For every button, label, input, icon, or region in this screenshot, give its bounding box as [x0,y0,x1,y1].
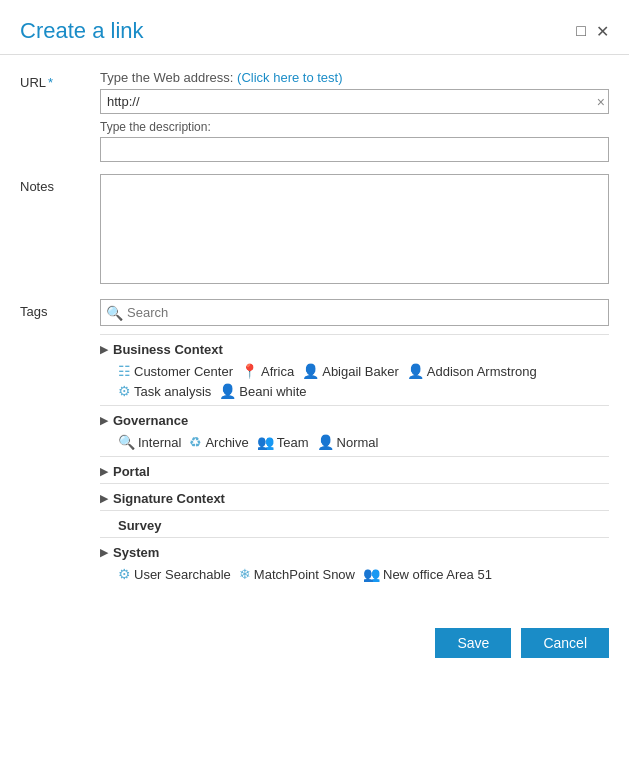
person-icon: 👤 [407,363,424,379]
cancel-button[interactable]: Cancel [521,628,609,658]
dialog-title: Create a link [20,18,144,44]
tag-group-portal: ▶ Portal [100,456,609,483]
url-content: Type the Web address: (Click here to tes… [100,70,609,162]
tag-items-governance: 🔍 Internal ♻ Archive 👥 Team 👤 [100,432,609,456]
tag-group-governance: ▶ Governance 🔍 Internal ♻ Archive [100,405,609,456]
snowflake-icon: ❄ [239,566,251,582]
tag-group-header-business-context[interactable]: ▶ Business Context [100,335,609,361]
tag-team: Team [277,435,309,450]
dialog-footer: Save Cancel [0,610,629,678]
save-button[interactable]: Save [435,628,511,658]
tag-group-header-signature[interactable]: ▶ Signature Context [100,484,609,510]
notes-row: Notes [20,174,609,287]
list-item: ❄ MatchPoint Snow [239,566,355,582]
tag-abigail: Abigail Baker [322,364,399,379]
url-input-wrap: × [100,89,609,114]
url-link-text: Type the Web address: (Click here to tes… [100,70,609,85]
search-icon: 🔍 [106,305,123,321]
tags-row: Tags 🔍 ▶ Business Context ☷ Customer [20,299,609,588]
expand-arrow-signature: ▶ [100,492,108,505]
gear-icon: ⚙ [118,383,131,399]
list-item: ⚙ User Searchable [118,566,231,582]
people-icon: 👥 [363,566,380,582]
list-item: ⚙ Task analysis [118,383,211,399]
expand-arrow-business: ▶ [100,343,108,356]
list-item: ♻ Archive [189,434,248,450]
search-wrap: 🔍 [100,299,609,326]
expand-arrow-portal: ▶ [100,465,108,478]
group-icon: 👥 [257,434,274,450]
list-item: 👥 Team [257,434,309,450]
tags-search-input[interactable] [100,299,609,326]
tag-items-system: ⚙ User Searchable ❄ MatchPoint Snow 👥 Ne… [100,564,609,588]
pin-icon: 📍 [241,363,258,379]
group-name-signature: Signature Context [113,491,225,506]
recycle-icon: ♻ [189,434,202,450]
tag-group-header-portal[interactable]: ▶ Portal [100,457,609,483]
create-link-dialog: Create a link □ ✕ URL* Type the Web addr… [0,0,629,783]
group-name-system: System [113,545,159,560]
expand-arrow-governance: ▶ [100,414,108,427]
minimize-icon[interactable]: □ [576,22,586,40]
group-name-business: Business Context [113,342,223,357]
list-item: 👤 Addison Armstrong [407,363,537,379]
tag-group-signature: ▶ Signature Context [100,483,609,510]
list-item: ☷ Customer Center [118,363,233,379]
tag-task-analysis: Task analysis [134,384,211,399]
tag-matchpoint-snow: MatchPoint Snow [254,567,355,582]
list-item: 🔍 Internal [118,434,181,450]
tag-group-system: ▶ System ⚙ User Searchable ❄ MatchPoint … [100,537,609,588]
gear-icon: ⚙ [118,566,131,582]
url-clear-button[interactable]: × [597,95,605,109]
tag-archive: Archive [205,435,248,450]
group-name-survey: Survey [118,518,161,533]
group-name-portal: Portal [113,464,150,479]
list-item: 👤 Normal [317,434,379,450]
group-name-governance: Governance [113,413,188,428]
tag-group-survey: Survey [100,510,609,537]
tag-new-office: New office Area 51 [383,567,492,582]
close-icon[interactable]: ✕ [596,22,609,41]
tags-label: Tags [20,299,100,319]
tag-africa: Africa [261,364,294,379]
form-body: URL* Type the Web address: (Click here t… [0,55,629,610]
search-icon: 🔍 [118,434,135,450]
url-label: URL* [20,70,100,90]
tag-user-searchable: User Searchable [134,567,231,582]
tag-group-header-system[interactable]: ▶ System [100,538,609,564]
list-item: 📍 Africa [241,363,294,379]
grid-icon: ☷ [118,363,131,379]
person-icon: 👤 [219,383,236,399]
tag-items-business: ☷ Customer Center 📍 Africa 👤 Abigail Bak… [100,361,609,405]
list-item: 👤 Beani white [219,383,306,399]
url-input[interactable] [100,89,609,114]
description-input[interactable] [100,137,609,162]
notes-label: Notes [20,174,100,194]
expand-arrow-system: ▶ [100,546,108,559]
person-icon: 👤 [302,363,319,379]
click-to-test-link[interactable]: (Click here to test) [237,70,342,85]
list-item: 👤 Abigail Baker [302,363,399,379]
url-row: URL* Type the Web address: (Click here t… [20,70,609,162]
list-item: 👥 New office Area 51 [363,566,492,582]
title-bar-icons: □ ✕ [576,22,609,41]
tag-internal: Internal [138,435,181,450]
tag-group-business-context: ▶ Business Context ☷ Customer Center 📍 A… [100,334,609,405]
person-icon: 👤 [317,434,334,450]
title-bar: Create a link □ ✕ [0,0,629,54]
tag-group-header-governance[interactable]: ▶ Governance [100,406,609,432]
tag-normal: Normal [337,435,379,450]
tag-beani-white: Beani white [239,384,306,399]
notes-content [100,174,609,287]
description-label: Type the description: [100,120,609,134]
tag-addison: Addison Armstrong [427,364,537,379]
notes-textarea[interactable] [100,174,609,284]
tags-content: 🔍 ▶ Business Context ☷ Customer Center [100,299,609,588]
tag-customer-center: Customer Center [134,364,233,379]
